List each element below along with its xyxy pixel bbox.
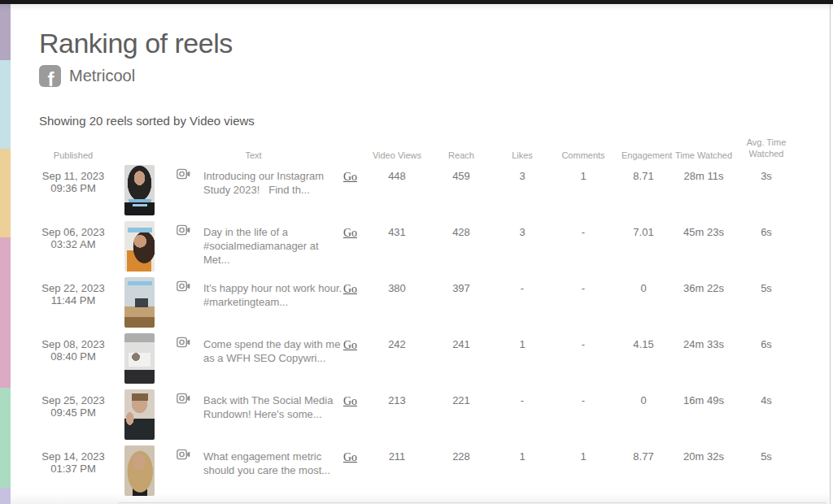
reel-text: Come spend the day with me as a WFH SEO … <box>203 333 346 366</box>
col-header-avg-time-watched: Avg. Time Watched <box>742 137 791 165</box>
table-header-row: Published Text Video Views Reach Likes C… <box>39 137 830 165</box>
comments-cell: - <box>545 221 621 238</box>
published-date: Sep 11, 2023 <box>39 170 107 183</box>
engagement-cell: 4.15 <box>621 333 665 350</box>
published-date: Sep 22, 2023 <box>39 282 107 295</box>
engagement-cell: 0 <box>621 277 665 294</box>
engagement-cell: 7.01 <box>621 221 665 238</box>
published-time: 09:36 PM <box>39 182 107 195</box>
reach-cell: 428 <box>423 221 499 238</box>
time-watched-cell: 28m 11s <box>665 165 742 182</box>
table-row: Sep 11, 2023 09:36 PM Introducing our In… <box>39 165 830 221</box>
col-header-reach: Reach <box>423 150 499 165</box>
published-date: Sep 14, 2023 <box>39 450 107 463</box>
time-watched-cell: 16m 49s <box>665 389 742 406</box>
video-views-cell: 211 <box>371 445 423 463</box>
published-cell: Sep 14, 2023 01:37 PM <box>39 445 107 476</box>
reel-thumbnail[interactable] <box>124 445 155 496</box>
published-date: Sep 25, 2023 <box>39 394 107 407</box>
avg-time-watched-cell: 5s <box>742 445 791 463</box>
reel-text: Back with The Social Media Rundown! Here… <box>203 389 346 422</box>
likes-cell: 3 <box>499 221 545 238</box>
likes-cell: - <box>499 277 545 294</box>
comments-cell: - <box>545 277 621 294</box>
go-link[interactable]: Go <box>343 339 357 351</box>
likes-cell: - <box>499 389 545 406</box>
likes-cell: 1 <box>499 445 545 463</box>
col-header-video-views: Video Views <box>371 150 423 165</box>
strip-segment <box>0 488 11 504</box>
strip-segment <box>0 237 11 388</box>
comments-cell: 1 <box>545 165 621 182</box>
reel-text: What engagement metric should you care t… <box>203 445 346 478</box>
col-header-comments: Comments <box>545 150 621 165</box>
comments-cell: - <box>545 333 621 350</box>
reel-text: It's happy hour not work hour. #marketin… <box>203 277 346 310</box>
table-row: Sep 25, 2023 09:45 PM Back with The Soci… <box>39 389 830 445</box>
table-row: Sep 06, 2023 03:32 AM Day in the life of… <box>39 221 830 277</box>
published-cell: Sep 11, 2023 09:36 PM <box>39 165 107 195</box>
strip-segment <box>0 60 11 149</box>
time-watched-cell: 20m 32s <box>665 445 742 463</box>
window-top-bar <box>0 0 833 4</box>
engagement-cell: 8.71 <box>621 165 665 182</box>
col-header-published: Published <box>39 150 107 165</box>
video-views-cell: 448 <box>371 165 423 182</box>
account-row: f Metricool <box>39 65 830 87</box>
reels-table-body: Sep 11, 2023 09:36 PM Introducing our In… <box>0 165 830 502</box>
video-views-cell: 213 <box>371 389 423 406</box>
page-title: Ranking of reels <box>39 27 830 59</box>
go-link[interactable]: Go <box>343 451 357 463</box>
reel-thumbnail[interactable] <box>124 333 155 384</box>
published-time: 09:45 PM <box>39 406 107 419</box>
video-camera-icon <box>174 165 192 183</box>
published-cell: Sep 06, 2023 03:32 AM <box>39 221 107 251</box>
likes-cell: 1 <box>499 333 545 350</box>
reel-thumbnail[interactable] <box>124 277 155 328</box>
col-header-text: Text <box>182 150 325 165</box>
video-camera-icon <box>174 445 192 463</box>
comments-cell: - <box>545 389 621 406</box>
table-row: Sep 22, 2023 11:44 PM It's happy hour no… <box>39 277 830 333</box>
engagement-cell: 0 <box>621 389 665 406</box>
table-row: Sep 14, 2023 01:37 PM What engagement me… <box>39 445 830 502</box>
account-name: Metricool <box>69 67 135 85</box>
col-header-likes: Likes <box>499 150 545 165</box>
left-color-strip <box>0 4 11 504</box>
time-watched-cell: 45m 23s <box>665 221 742 238</box>
published-cell: Sep 25, 2023 09:45 PM <box>39 389 107 419</box>
reel-thumbnail[interactable] <box>124 389 155 440</box>
col-header-time-watched: Time Watched <box>665 150 742 165</box>
published-date: Sep 08, 2023 <box>39 338 107 351</box>
comments-cell: 1 <box>545 445 621 463</box>
reel-thumbnail[interactable] <box>124 221 155 272</box>
reach-cell: 397 <box>423 277 499 294</box>
sheet-bottom-edge <box>118 502 826 503</box>
facebook-icon: f <box>39 65 61 87</box>
avg-time-watched-cell: 6s <box>742 221 791 238</box>
time-watched-cell: 24m 33s <box>665 333 742 350</box>
strip-segment <box>0 149 11 237</box>
avg-time-watched-cell: 6s <box>742 333 791 350</box>
reel-thumbnail[interactable] <box>124 165 155 215</box>
video-views-cell: 380 <box>371 277 423 294</box>
video-views-cell: 431 <box>371 221 423 238</box>
col-header-engagement: Engagement <box>621 150 665 165</box>
reach-cell: 221 <box>423 389 499 406</box>
go-link[interactable]: Go <box>343 227 357 239</box>
page-header: Ranking of reels f Metricool Showing 20 … <box>0 4 830 128</box>
results-summary: Showing 20 reels sorted by Video views <box>39 114 830 128</box>
reach-cell: 241 <box>423 333 499 350</box>
avg-time-watched-cell: 3s <box>742 165 791 182</box>
published-time: 08:40 PM <box>39 350 107 363</box>
go-link[interactable]: Go <box>343 395 357 407</box>
time-watched-cell: 36m 22s <box>665 277 742 294</box>
video-camera-icon <box>174 333 192 351</box>
video-camera-icon <box>174 277 192 295</box>
reel-text: Day in the life of a #socialmediamanager… <box>203 221 346 267</box>
reach-cell: 228 <box>423 445 499 463</box>
likes-cell: 3 <box>499 165 545 182</box>
go-link[interactable]: Go <box>343 283 357 295</box>
table-row: Sep 08, 2023 08:40 PM Come spend the day… <box>39 333 830 389</box>
go-link[interactable]: Go <box>343 171 357 183</box>
